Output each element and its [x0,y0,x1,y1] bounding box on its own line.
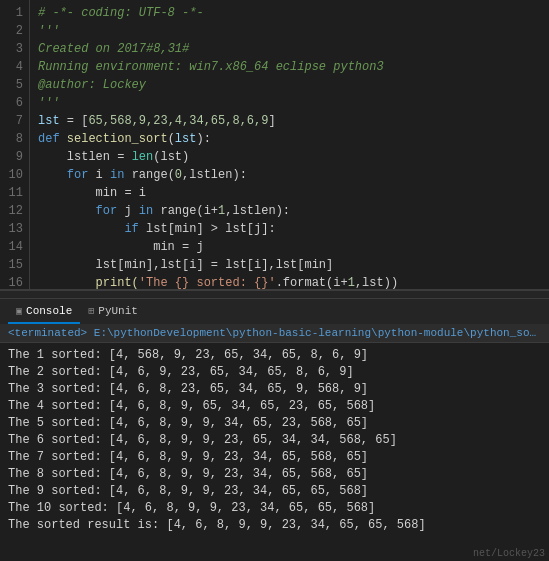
code-token: range( [124,166,174,184]
code-line: Running environment: win7.x86_64 eclipse… [38,58,549,76]
code-line: print('The {} sorted: {}'.format(i+1,lst… [38,274,549,289]
code-content[interactable]: # -*- coding: UTF-8 -*-'''Created on 201… [30,0,549,289]
line-number: 3 [8,40,23,58]
code-token: ,lst)) [355,274,398,289]
code-line: lst[min],lst[i] = lst[i],lst[min] [38,256,549,274]
code-token: if [124,220,138,238]
code-token: ,lstlen): [182,166,247,184]
line-number: 12 [8,202,23,220]
code-token: ''' [38,22,60,40]
line-number: 16 [8,274,23,290]
code-token [38,166,67,184]
code-token: 'The {} sorted: {}' [139,274,276,289]
console-output[interactable]: The 1 sorted: [4, 568, 9, 23, 65, 34, 65… [0,343,549,561]
code-token [38,202,96,220]
code-token: for [67,166,89,184]
code-line: for i in range(0,lstlen): [38,166,549,184]
code-token: len [132,148,154,166]
console-output-line: The 8 sorted: [4, 6, 8, 9, 9, 23, 34, 65… [8,466,541,483]
code-token: Running environment: win7.x86_64 eclipse… [38,58,384,76]
code-token: ''' [38,94,60,112]
code-token: lst[min],lst[i] = lst[i],lst[min] [38,256,333,274]
code-line: for j in range(i+1,lstlen): [38,202,549,220]
console-tab-console[interactable]: ▣Console [8,299,80,324]
code-token: = [ [60,112,89,130]
console-tab-label: Console [26,305,72,317]
code-token: .format(i+ [276,274,348,289]
code-token: # -*- coding: UTF-8 -*- [38,4,204,22]
code-token: min = j [38,238,204,256]
code-token: print( [96,274,139,289]
console-output-line: The 10 sorted: [4, 6, 8, 9, 9, 23, 34, 6… [8,500,541,517]
console-output-line: The sorted result is: [4, 6, 8, 9, 9, 23… [8,517,541,534]
code-line: min = j [38,238,549,256]
code-token [38,220,124,238]
console-tabs: ▣Console⊞PyUnit [0,298,549,324]
code-token: @author: Lockey [38,76,146,94]
code-token: ] [268,112,275,130]
code-token: ): [196,130,210,148]
code-token: range(i+ [153,202,218,220]
code-line: lst = [65,568,9,23,4,34,65,8,6,9] [38,112,549,130]
console-path: <terminated> E:\pythonDevelopment\python… [0,324,549,343]
line-number: 14 [8,238,23,256]
console-area: ▣Console⊞PyUnit <terminated> E:\pythonDe… [0,298,549,561]
console-output-line: The 4 sorted: [4, 6, 8, 9, 65, 34, 65, 2… [8,398,541,415]
code-token: min = i [38,184,146,202]
code-container: 123456789101112131415161718192021 # -*- … [0,0,549,289]
code-token: i [88,166,110,184]
code-line: if lst[min] > lst[j]: [38,220,549,238]
code-token: ,lstlen): [225,202,290,220]
console-output-line: The 9 sorted: [4, 6, 8, 9, 9, 23, 34, 65… [8,483,541,500]
code-line: # -*- coding: UTF-8 -*- [38,4,549,22]
console-tab-icon: ⊞ [88,305,94,317]
code-token: selection_sort [67,130,168,148]
code-token: ( [168,130,175,148]
code-token: lst [175,130,197,148]
code-line: ''' [38,22,549,40]
console-tab-icon: ▣ [16,305,22,317]
code-token: Created on 2017 [38,40,146,58]
code-token [38,274,96,289]
code-token: 1 [348,274,355,289]
code-token: 1 [218,202,225,220]
line-number: 1 [8,4,23,22]
console-output-line: The 5 sorted: [4, 6, 8, 9, 9, 34, 65, 23… [8,415,541,432]
line-number: 6 [8,94,23,112]
code-token: lst [38,112,60,130]
code-line: min = i [38,184,549,202]
code-token: 0 [175,166,182,184]
code-token: for [96,202,118,220]
line-number: 9 [8,148,23,166]
line-number: 11 [8,184,23,202]
code-token: (lst) [153,148,189,166]
code-line: @author: Lockey [38,76,549,94]
console-output-line: The 2 sorted: [4, 6, 9, 23, 65, 34, 65, … [8,364,541,381]
code-token: #8,31# [146,40,189,58]
code-line: Created on 2017#8,31# [38,40,549,58]
code-token: j [117,202,139,220]
code-line: def selection_sort(lst): [38,130,549,148]
line-number: 4 [8,58,23,76]
console-output-line: The 3 sorted: [4, 6, 8, 23, 65, 34, 65, … [8,381,541,398]
editor-area: 123456789101112131415161718192021 # -*- … [0,0,549,290]
line-number: 8 [8,130,23,148]
line-number: 15 [8,256,23,274]
line-numbers: 123456789101112131415161718192021 [0,0,30,289]
code-token: in [139,202,153,220]
console-tab-label: PyUnit [98,305,138,317]
code-token: 65,568,9,23,4,34,65,8,6,9 [88,112,268,130]
console-output-line: The 1 sorted: [4, 568, 9, 23, 65, 34, 65… [8,347,541,364]
h-scroll[interactable] [0,290,549,298]
watermark: net/Lockey23 [473,548,545,559]
code-token: def [38,130,67,148]
code-line: ''' [38,94,549,112]
code-line: lstlen = len(lst) [38,148,549,166]
console-output-line: The 7 sorted: [4, 6, 8, 9, 9, 23, 34, 65… [8,449,541,466]
console-output-line: The 6 sorted: [4, 6, 8, 9, 9, 23, 65, 34… [8,432,541,449]
line-number: 5 [8,76,23,94]
console-tab-pyunit[interactable]: ⊞PyUnit [80,299,146,324]
code-token: lst[min] > lst[j]: [139,220,276,238]
code-token: lstlen = [38,148,132,166]
line-number: 2 [8,22,23,40]
